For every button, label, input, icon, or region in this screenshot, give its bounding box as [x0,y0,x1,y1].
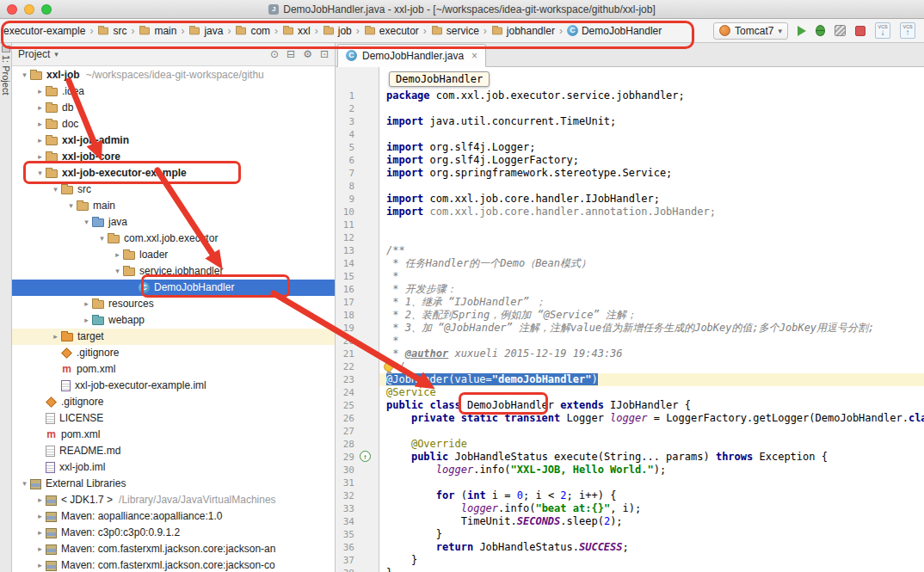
close-tab-icon[interactable]: × [471,50,477,62]
code-line[interactable]: 14 * 任务Handler的一个Demo（Bean模式） [336,257,924,270]
code-line[interactable]: 3import java.util.concurrent.TimeUnit; [336,115,924,128]
tree-row[interactable]: ▾xxl-job-executor-example [12,165,335,181]
tree-row[interactable]: ▸Maven: c3p0:c3p0:0.9.1.2 [12,525,335,541]
code-line[interactable]: 28 @Override [336,438,924,451]
close-button[interactable] [7,4,17,15]
vcs-update-icon[interactable]: VCS↓ [875,22,890,39]
code-line[interactable]: 19 * 3、加 “@JobHander” 注解，注解value值为新增任务生成… [336,322,924,335]
vcs-commit-icon[interactable]: VCS↑ [900,22,915,39]
tree-row[interactable]: ▾xxl-job~/workspaces/idea-git-workspace/… [12,67,335,83]
tree-row[interactable]: .gitignore [12,394,335,410]
tree-row[interactable]: xxl-job.iml [12,459,335,476]
tree-row[interactable]: ▾java [12,214,335,231]
minimize-button[interactable] [24,4,34,15]
tab-demojobhandler[interactable]: C DemoJobHandler.java × [337,44,486,67]
chevron-right-icon[interactable]: ▸ [81,296,92,312]
breadcrumb-item[interactable]: job [322,25,353,37]
tree-row[interactable]: .gitignore [12,345,335,361]
code-line[interactable]: 7import org.springframework.stereotype.S… [336,167,924,180]
chevron-right-icon[interactable]: ▸ [34,508,46,525]
coverage-icon[interactable] [835,25,846,36]
chevron-down-icon[interactable]: ▾ [65,198,77,214]
project-stripe-button[interactable]: 1: Project [1,55,11,95]
chevron-down-icon[interactable]: ▾ [34,165,46,181]
breadcrumb-item[interactable]: main [138,25,177,37]
tree-row[interactable]: ▾com.xxl.job.executor [12,231,335,247]
breadcrumb-item[interactable]: com [234,25,271,37]
tree-row[interactable]: mpom.xml [12,427,335,443]
chevron-down-icon[interactable]: ▾ [81,214,92,231]
tree-row[interactable]: mpom.xml [12,361,335,378]
breadcrumb-item[interactable]: service [430,25,480,37]
tree-row[interactable]: xxl-job-executor-example.iml [12,378,335,394]
breadcrumb-item[interactable]: CDemoJobHandler [566,25,662,37]
chevron-down-icon[interactable]: ▾ [19,67,30,83]
tree-row[interactable]: ▸Maven: aopalliance:aopalliance:1.0 [12,508,335,525]
tree-row[interactable]: ▸Maven: com.fasterxml.jackson.core:jacks… [12,557,335,572]
zoom-button[interactable] [41,4,52,15]
code-line[interactable]: 35 } [336,528,924,541]
breadcrumb-item[interactable]: jobhandler [490,25,556,37]
breadcrumb-item[interactable]: executor-example [3,25,86,37]
code-line[interactable]: 33 logger.info("beat at:{}", i); [336,502,924,515]
code-line[interactable]: 20 * [336,335,924,348]
chevron-right-icon[interactable]: ▸ [34,116,46,132]
code-line[interactable]: 31 [336,477,924,489]
override-gutter-icon[interactable]: ↑ [360,451,371,462]
code-line[interactable]: 13/** [336,244,924,257]
settings-icon[interactable]: ⚙ [303,48,312,60]
code-line[interactable]: 5import org.slf4j.Logger; [336,141,924,154]
code-editor[interactable]: 1package com.xxl.job.executor.service.jo… [336,67,924,572]
tree-row[interactable]: ▸target [12,329,335,345]
locate-icon[interactable]: ⊙ [270,48,279,60]
code-line[interactable]: 1package com.xxl.job.executor.service.jo… [336,89,924,102]
chevron-right-icon[interactable]: ▸ [50,329,61,345]
tree-row[interactable]: ▸< JDK1.7 >/Library/Java/JavaVirtualMach… [12,492,335,508]
code-line[interactable]: 9import com.xxl.job.core.handler.IJobHan… [336,193,924,206]
code-line[interactable]: 32 for (int i = 0; i < 2; i++) { [336,489,924,502]
chevron-down-icon[interactable]: ▾ [112,263,123,280]
code-line[interactable]: 15 * [336,270,924,283]
tree-row[interactable]: ▾src [12,181,335,198]
chevron-down-icon[interactable]: ▾ [19,476,30,492]
run-icon[interactable] [798,26,806,36]
chevron-right-icon[interactable]: ▸ [34,541,46,557]
tree-row[interactable]: ▸doc [12,116,335,132]
code-line[interactable]: 29 public JobHandleStatus execute(String… [336,451,924,464]
collapse-all-icon[interactable]: ⊟ [286,48,295,60]
code-line[interactable]: 34 TimeUnit.SECONDS.sleep(2); [336,515,924,528]
chevron-right-icon[interactable]: ▸ [34,132,46,149]
code-line[interactable]: 8 [336,180,924,193]
tree-row[interactable]: LICENSE [12,410,335,427]
intention-bulb-icon[interactable] [384,362,393,372]
chevron-down-icon[interactable]: ▾ [96,231,108,247]
tree-row[interactable]: ▸xxl-job-admin [12,132,335,149]
chevron-right-icon[interactable]: ▸ [34,100,46,116]
code-line[interactable]: 30 logger.info("XXL-JOB, Hello World."); [336,464,924,477]
code-line[interactable]: 16 * 开发步骤： [336,283,924,296]
chevron-right-icon[interactable]: ▸ [34,149,46,165]
code-line[interactable]: 4 [336,128,924,141]
hide-icon[interactable]: ⊡ [320,48,329,60]
code-line[interactable]: 2 [336,102,924,115]
tree-row[interactable]: README.md [12,443,335,459]
stop-icon[interactable] [855,26,865,36]
tree-row[interactable]: ▾External Libraries [12,476,335,492]
code-line[interactable]: 21 * @author xuxueli 2015-12-19 19:43:36 [336,348,924,360]
chevron-right-icon[interactable]: ▸ [81,312,92,329]
project-view-selector[interactable]: Project ▾ [18,48,59,60]
code-line[interactable]: 38} [336,567,924,572]
tree-row[interactable]: ▸Maven: com.fasterxml.jackson.core:jacks… [12,541,335,557]
breadcrumb-item[interactable]: src [96,25,127,37]
tree-row[interactable]: ▸loader [12,247,335,263]
chevron-down-icon[interactable]: ▾ [50,181,61,198]
tree-row[interactable]: ▸db [12,100,335,116]
tree-row[interactable]: ▸.idea [12,83,335,100]
code-line[interactable]: 27 [336,425,924,438]
breadcrumb-item[interactable]: executor [363,25,420,37]
code-line[interactable]: 11 [336,218,924,231]
code-line[interactable]: 22 */ [336,360,924,373]
chevron-right-icon[interactable]: ▸ [34,492,46,508]
code-line[interactable]: 36 return JobHandleStatus.SUCCESS; [336,541,924,554]
chevron-right-icon[interactable]: ▸ [34,557,46,572]
